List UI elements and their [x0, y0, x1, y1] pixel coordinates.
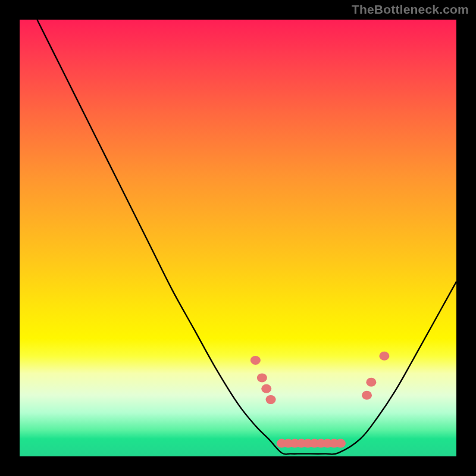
curve-marker — [257, 373, 267, 382]
chart-container: TheBottleneck.com — [0, 0, 476, 476]
curve-marker — [362, 391, 372, 400]
chart-svg — [20, 20, 456, 456]
curve-marker — [261, 384, 271, 393]
curve-markers — [250, 352, 390, 448]
curve-marker — [366, 378, 376, 387]
curve-marker — [336, 439, 346, 447]
attribution-text: TheBottleneck.com — [352, 2, 469, 17]
bottleneck-curve — [37, 20, 456, 455]
curve-marker — [379, 352, 389, 361]
curve-marker — [266, 395, 276, 404]
curve-marker — [250, 356, 261, 365]
